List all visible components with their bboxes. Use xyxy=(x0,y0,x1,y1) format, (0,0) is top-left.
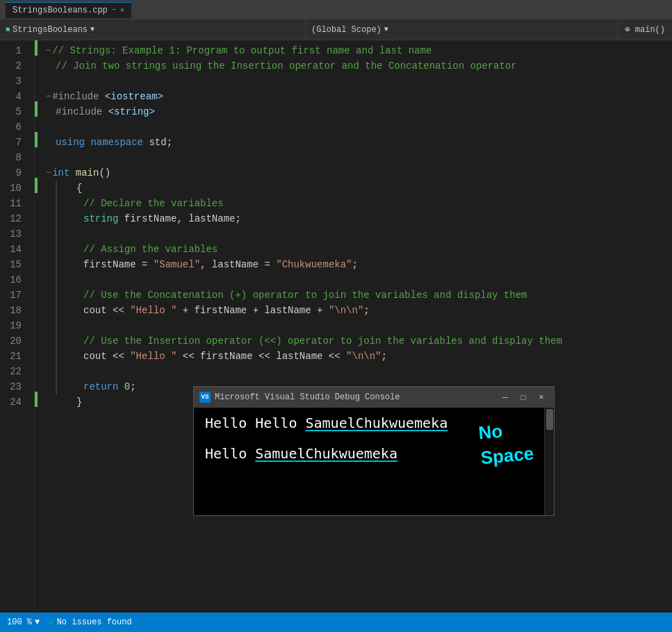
ind-20 xyxy=(35,331,38,346)
scrollbar-thumb xyxy=(546,409,553,430)
ind-1 xyxy=(35,40,38,56)
line-num-17: 17 xyxy=(0,288,27,303)
line-num-15: 15 xyxy=(0,257,27,272)
minimize-button[interactable]: ─ xyxy=(498,390,512,404)
ind-13 xyxy=(35,224,38,239)
func-label: ⊕ main() xyxy=(625,24,665,35)
line-num-13: 13 xyxy=(0,226,27,242)
ind-2 xyxy=(35,56,38,71)
collapse-4: − xyxy=(46,89,51,104)
code-line-19 xyxy=(46,318,672,333)
ind-12 xyxy=(35,208,38,224)
code-line-16 xyxy=(46,272,672,288)
line-num-6: 6 xyxy=(0,119,27,135)
code-line-7: using namespace std; xyxy=(46,135,672,150)
code-content[interactable]: − // Strings: Example 1: Program to outp… xyxy=(39,40,672,613)
code-line-17: // Use the Concatenation (+) operator to… xyxy=(46,288,672,303)
code-line-8 xyxy=(46,150,672,165)
file-tab[interactable]: StringsBooleans.cpp − × xyxy=(6,2,131,18)
line-num-11: 11 xyxy=(0,196,27,211)
ind-21 xyxy=(35,346,38,361)
code-line-22 xyxy=(46,364,672,379)
code-line-6 xyxy=(46,119,672,135)
code-line-4: − #include <iostream> xyxy=(46,89,672,104)
line-num-23: 23 xyxy=(0,379,27,394)
zoom-control[interactable]: 100 % ▼ xyxy=(7,617,40,627)
ind-14 xyxy=(35,239,38,254)
collapse-1: − xyxy=(46,43,51,58)
line-num-12: 12 xyxy=(0,211,27,226)
code-line-15: firstName = "Samuel", lastName = "Chukwu… xyxy=(46,257,672,272)
line-num-8: 8 xyxy=(0,150,27,165)
code-line-20: // Use the Insertion operator (<<) opera… xyxy=(46,333,672,349)
ind-10 xyxy=(35,178,38,193)
title-bar: StringsBooleans.cpp − × xyxy=(0,0,672,19)
ind-22 xyxy=(35,361,38,376)
debug-scrollbar[interactable] xyxy=(544,408,554,515)
line-num-18: 18 xyxy=(0,303,27,318)
code-line-12: string firstName, lastName; xyxy=(46,211,672,226)
tab-close[interactable]: × xyxy=(120,6,125,15)
class-dropdown[interactable]: ■ StringsBooleans ▼ xyxy=(0,19,306,40)
line-numbers: 1 2 3 4 5 6 7 8 9 10 11 12 13 14 15 16 1… xyxy=(0,40,35,613)
ind-6 xyxy=(35,117,38,132)
line-num-5: 5 xyxy=(0,104,27,119)
code-line-10: { xyxy=(46,181,672,196)
line-num-19: 19 xyxy=(0,318,27,333)
close-button[interactable]: × xyxy=(534,390,548,404)
output-name-2: SamuelChukwuemeka xyxy=(255,445,398,462)
handwritten-annotation: No Space xyxy=(477,416,535,471)
scope-dropdown[interactable]: (Global Scope) ▼ xyxy=(306,19,618,40)
annotation-line-2: Space xyxy=(480,441,535,471)
tab-label: StringsBooleans.cpp xyxy=(13,6,108,15)
code-line-14: // Assign the variables xyxy=(46,242,672,257)
editor-area: 1 2 3 4 5 6 7 8 9 10 11 12 13 14 15 16 1… xyxy=(0,40,672,613)
code-line-11: // Declare the variables xyxy=(46,196,672,211)
vs-icon: VS xyxy=(199,392,211,403)
line-num-7: 7 xyxy=(0,135,27,150)
ind-17 xyxy=(35,285,38,300)
code-line-2: // Join two strings using the Insertion … xyxy=(46,58,672,74)
tab-pin[interactable]: − xyxy=(112,6,116,14)
status-bar: 100 % ▼ ✓ No issues found xyxy=(0,613,672,632)
ind-16 xyxy=(35,269,38,285)
code-line-9: − int main() xyxy=(46,165,672,181)
class-label: StringsBooleans xyxy=(13,25,88,35)
line-num-4: 4 xyxy=(0,89,27,104)
line-num-24: 24 xyxy=(0,394,27,410)
debug-output: Hello Hello SamuelChukwuemeka Hello Samu… xyxy=(194,408,554,515)
ind-15 xyxy=(35,254,38,269)
code-line-3 xyxy=(46,74,672,89)
line-num-2: 2 xyxy=(0,58,27,74)
ind-9 xyxy=(35,163,38,178)
line-num-9: 9 xyxy=(0,165,27,181)
code-line-5: #include <string> xyxy=(46,104,672,119)
ind-4 xyxy=(35,86,38,101)
check-icon: ✓ xyxy=(48,617,54,629)
debug-title-left: VS Microsoft Visual Studio Debug Console xyxy=(199,392,400,403)
code-line-1: − // Strings: Example 1: Program to outp… xyxy=(46,43,672,58)
ind-8 xyxy=(35,147,38,163)
nav-bar: ■ StringsBooleans ▼ (Global Scope) ▼ ⊕ m… xyxy=(0,19,672,40)
debug-console-window: VS Microsoft Visual Studio Debug Console… xyxy=(193,386,555,516)
ind-7 xyxy=(35,132,38,147)
debug-title-bar: VS Microsoft Visual Studio Debug Console… xyxy=(194,387,554,408)
ind-18 xyxy=(35,300,38,315)
ind-24 xyxy=(35,392,38,407)
zoom-chevron: ▼ xyxy=(35,617,40,627)
status-text: No issues found xyxy=(57,617,132,627)
code-line-13 xyxy=(46,226,672,242)
func-dropdown[interactable]: ⊕ main() xyxy=(618,19,672,40)
code-line-18: cout << "Hello " + firstName + lastName … xyxy=(46,303,672,318)
status-indicator: ✓ No issues found xyxy=(48,617,131,629)
ind-5 xyxy=(35,101,38,117)
class-icon: ■ xyxy=(6,26,10,33)
maximize-button[interactable]: □ xyxy=(516,390,530,404)
hello-text-1: Hello xyxy=(205,415,255,431)
line-num-20: 20 xyxy=(0,333,27,349)
scope-label: (Global Scope) xyxy=(311,25,382,35)
ind-19 xyxy=(35,315,38,331)
collapse-9: − xyxy=(46,165,51,181)
line-num-22: 22 xyxy=(0,364,27,379)
line-num-10: 10 xyxy=(0,181,27,196)
